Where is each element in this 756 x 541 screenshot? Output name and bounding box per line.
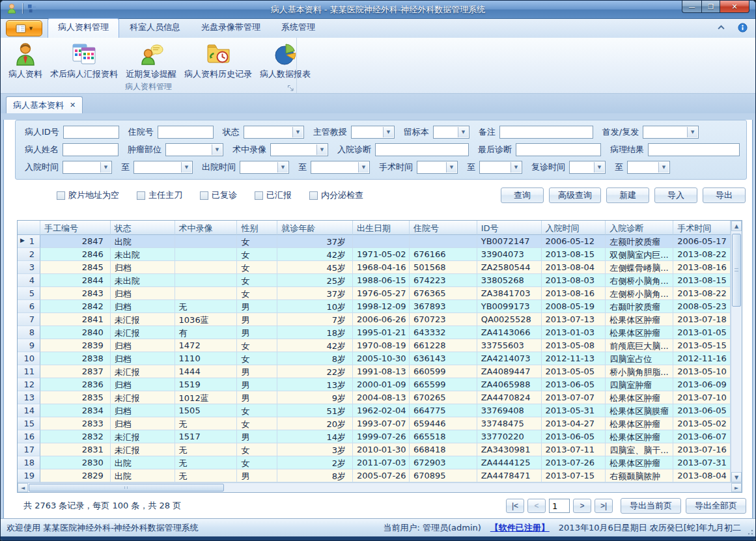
ribbon-collapse-icon[interactable] (716, 23, 726, 33)
column-header-3[interactable]: 术中录像 (175, 221, 238, 235)
close-button[interactable]: ✕ (720, 1, 749, 13)
row-selector[interactable]: ▶1 (18, 235, 40, 248)
filter-select[interactable]: ▼ (133, 161, 193, 174)
row-selector[interactable]: 5 (18, 287, 40, 300)
filter-text-input[interactable] (499, 126, 593, 139)
last-page-button[interactable]: >| (595, 499, 613, 513)
next-page-button[interactable]: > (573, 499, 591, 513)
table-row[interactable]: 162832未汇报1517男14岁1999-07-266655183377022… (18, 430, 731, 443)
column-header-7[interactable]: 住院号 (410, 221, 477, 235)
filter-text-input[interactable] (63, 126, 119, 139)
ribbon-button-3[interactable]: 病人资料历史记录 (180, 40, 256, 81)
filter-select[interactable]: ▼ (417, 161, 458, 174)
scroll-left-icon[interactable]: ◄ (18, 483, 28, 492)
table-row[interactable]: 132835未汇报1012蓝男9岁2004-08-13670265ZA44708… (18, 391, 731, 404)
row-selector[interactable]: 17 (18, 443, 40, 456)
registered-link[interactable]: 【软件已注册】 (490, 522, 550, 534)
column-header-2[interactable]: 状态 (111, 221, 175, 235)
row-selector[interactable]: 14 (18, 404, 40, 417)
row-selector[interactable]: 12 (18, 378, 40, 391)
row-selector[interactable]: 18 (18, 456, 40, 469)
checkbox-0[interactable]: 胶片地址为空 (57, 189, 119, 201)
vertical-scroll-thumb[interactable] (732, 234, 741, 307)
app-menu-button[interactable]: ▼ (6, 20, 42, 36)
info-icon[interactable] (738, 23, 748, 33)
column-header-4[interactable]: 性别 (237, 221, 277, 235)
ribbon-tab-0[interactable]: 病人资料管理 (48, 18, 119, 38)
column-header-11[interactable]: 手术时间 (673, 221, 731, 235)
ribbon-button-1[interactable]: 术后病人汇报资料 (46, 40, 122, 81)
row-selector[interactable]: 19 (18, 469, 40, 482)
table-row[interactable]: 112837未汇报1444男22岁1991-08-13660599ZA40894… (18, 365, 731, 378)
column-header-9[interactable]: 入院时间 (542, 221, 606, 235)
filter-select[interactable]: ▼ (433, 126, 469, 139)
first-page-button[interactable]: |< (506, 499, 524, 513)
table-row[interactable]: 102838归档1110女8岁2005-10-30636143ZA4214073… (18, 352, 731, 365)
resize-grip[interactable] (746, 527, 753, 535)
row-selector[interactable]: 3 (18, 261, 40, 274)
minimize-button[interactable]: — (682, 1, 701, 13)
filter-select[interactable]: ▼ (244, 126, 304, 139)
table-row[interactable]: 122836归档1519男13岁2000-01-09665599ZA406598… (18, 378, 731, 391)
scroll-right-icon[interactable]: ► (731, 483, 742, 492)
table-row[interactable]: 22846未出院女42岁1971-05-02676166339040732013… (18, 248, 731, 261)
action-button-1[interactable]: 高级查询 (549, 187, 601, 203)
filter-select[interactable]: ▼ (569, 161, 606, 174)
action-button-0[interactable]: 查询 (501, 187, 544, 203)
ribbon-button-0[interactable]: 病人资料 (5, 40, 46, 81)
table-row[interactable]: 62842归档无男10岁1998-12-09367893YB0099173200… (18, 300, 731, 313)
table-row[interactable]: 142834归档1505女51岁1962-02-0466477533769408… (18, 404, 731, 417)
checkbox-4[interactable]: 内分泌检查 (309, 189, 363, 201)
filter-text-input[interactable] (158, 126, 214, 139)
table-row[interactable]: 172831未汇报无女3岁2010-01-30668418ZA343098120… (18, 443, 731, 456)
maximize-button[interactable]: ❐ (701, 1, 720, 13)
row-selector[interactable]: 13 (18, 391, 40, 404)
checkbox-2[interactable]: 已复诊 (200, 189, 237, 201)
filter-text-input[interactable] (375, 143, 469, 156)
export-all-pages-button[interactable]: 导出全部页 (686, 498, 746, 514)
row-selector[interactable]: 8 (18, 326, 40, 339)
page-number-input[interactable] (549, 499, 570, 513)
table-row[interactable]: 192829出院无男8岁2005-07-26670895ZA4478471201… (18, 469, 731, 482)
scroll-down-icon[interactable]: ▼ (731, 472, 742, 482)
row-selector[interactable]: 15 (18, 417, 40, 430)
filter-text-input[interactable] (63, 143, 119, 156)
ribbon-tab-2[interactable]: 光盘录像带管理 (191, 18, 271, 38)
column-header-0[interactable] (18, 221, 40, 235)
ribbon-button-4[interactable]: 病人数据报表 (256, 40, 315, 81)
table-row[interactable]: 92839归档1472女42岁1970-08-19661228337556032… (18, 339, 731, 352)
table-row[interactable]: 152833归档无女20岁1993-07-0765944633748475201… (18, 417, 731, 430)
filter-select[interactable]: ▼ (311, 161, 370, 174)
row-selector[interactable]: 10 (18, 352, 40, 365)
action-button-2[interactable]: 新建 (606, 187, 649, 203)
row-selector[interactable]: 11 (18, 365, 40, 378)
table-row[interactable]: 32845归档女45岁1968-04-16501568ZA25805442013… (18, 261, 731, 274)
ribbon-tab-1[interactable]: 科室人员信息 (119, 18, 191, 38)
prev-page-button[interactable]: < (527, 499, 546, 513)
filter-select[interactable]: ▼ (351, 126, 395, 139)
tab-close-icon[interactable]: ✕ (70, 101, 76, 109)
row-selector[interactable]: 2 (18, 248, 40, 261)
column-header-6[interactable]: 出生日期 (353, 221, 410, 235)
row-selector[interactable]: 6 (18, 300, 40, 313)
filter-select[interactable]: ▼ (165, 143, 223, 156)
row-selector[interactable]: 16 (18, 430, 40, 443)
table-row[interactable]: 182830出院无女2岁2011-07-03672903ZA4444125201… (18, 456, 731, 469)
column-header-1[interactable]: 手工编号 (40, 221, 111, 235)
table-row[interactable]: 82840未汇报有男18岁1995-01-21643332ZA414306620… (18, 326, 731, 339)
table-row[interactable]: ▶12847出院女37岁YB00721472006-05-12左额叶胶质瘤200… (18, 235, 731, 248)
column-header-5[interactable]: 就诊年龄 (277, 221, 353, 235)
tab-patient-basic-info[interactable]: 病人基本资料 ✕ (6, 96, 83, 113)
action-button-3[interactable]: 导入 (654, 187, 697, 203)
checkbox-3[interactable]: 已汇报 (255, 189, 292, 201)
horizontal-scrollbar[interactable]: ◄ ► (18, 482, 742, 492)
scroll-up-icon[interactable]: ▲ (731, 221, 742, 231)
column-header-8[interactable]: ID号 (477, 221, 542, 235)
table-row[interactable]: 52843归档女37岁1976-05-27676365ZA38417032013… (18, 287, 731, 300)
dialog-launcher-icon[interactable] (287, 84, 294, 91)
horizontal-scroll-thumb[interactable] (29, 484, 224, 492)
checkbox-1[interactable]: 主任主刀 (137, 189, 182, 201)
row-selector[interactable]: 7 (18, 313, 40, 326)
filter-select[interactable]: ▼ (643, 126, 699, 139)
row-selector[interactable]: 4 (18, 274, 40, 287)
